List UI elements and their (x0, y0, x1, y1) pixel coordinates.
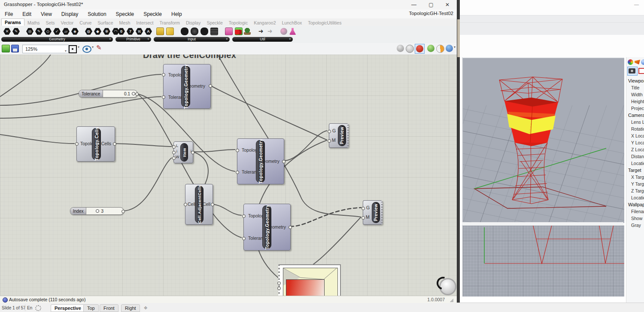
tab-topologic[interactable]: Topologic (226, 19, 251, 26)
geometry-icon-7[interactable]: ▱ (62, 28, 70, 35)
input-port[interactable] (236, 149, 239, 152)
sphere-icon[interactable] (641, 59, 644, 65)
panel-item[interactable]: Projection (626, 105, 644, 112)
geometry-icon-5[interactable]: ◇ (44, 28, 52, 35)
tolerance-slider[interactable]: Tolerance 0.1 (79, 90, 137, 98)
gauge-icon[interactable] (200, 28, 208, 35)
panel-item[interactable]: Gray (626, 222, 644, 229)
graph-mapper-icon[interactable] (225, 28, 233, 35)
zoom-extents-icon[interactable] (69, 45, 77, 53)
gh-canvas[interactable]: Draw the CellComplex (0, 55, 457, 296)
viewport-tab-perspective[interactable]: Perspective (51, 304, 85, 312)
panel-item[interactable]: Z Target (626, 187, 644, 194)
open-file-icon[interactable] (2, 45, 10, 52)
sketch-pen-icon[interactable]: ✎ (96, 44, 102, 52)
flask-icon[interactable] (289, 28, 296, 35)
maximize-button[interactable]: ▢ (423, 0, 439, 9)
resize-grip[interactable] (450, 299, 453, 302)
tab-intersect[interactable]: Intersect (133, 19, 156, 26)
primitive-icon-number[interactable]: π (136, 28, 143, 35)
preview-off-icon[interactable] (397, 45, 404, 52)
tab-maths[interactable]: Maths (24, 19, 43, 26)
slider-icon[interactable] (166, 28, 174, 35)
geometry-icon-10[interactable]: ◆ (94, 28, 101, 35)
output-port[interactable] (122, 210, 125, 213)
node-topology-geometry-1[interactable]: Topology Tolerance Geometry Topology.Geo… (163, 64, 211, 109)
cherry-picker-icon[interactable] (235, 28, 242, 35)
output-port[interactable] (211, 203, 214, 206)
panel-item[interactable]: Y Target (626, 180, 644, 187)
group-expand[interactable]: + (147, 37, 149, 42)
input-port[interactable] (184, 203, 187, 206)
panel-icon[interactable] (210, 28, 218, 35)
panel-item[interactable]: Z Location (626, 146, 644, 153)
menu-help[interactable]: Help (167, 11, 187, 17)
geometry-icon-1[interactable]: ✕ (3, 28, 11, 35)
minimize-button[interactable]: — (406, 0, 422, 9)
input-port[interactable] (328, 139, 331, 143)
panel-item[interactable]: Width (626, 91, 644, 98)
menu-solution[interactable]: Solution (83, 11, 111, 17)
output-port[interactable] (191, 151, 194, 154)
output-port[interactable] (282, 160, 286, 163)
button-icon[interactable] (156, 28, 164, 35)
primitive-icon-integer[interactable]: 7 (127, 28, 134, 35)
panel-item[interactable]: X Location (626, 132, 644, 139)
input-port[interactable] (172, 151, 176, 154)
display-mode-icon[interactable] (446, 45, 453, 52)
tab-speckle[interactable]: Speckle (204, 19, 225, 26)
viewport-tab-top[interactable]: Top (83, 304, 99, 312)
node-preview-2[interactable]: G M Preview (363, 200, 383, 225)
panel-item[interactable]: X Target (626, 174, 644, 180)
tab-display[interactable]: Display (183, 19, 204, 26)
preview-wireframe-icon[interactable] (406, 45, 414, 53)
menu-speckle-2[interactable]: Speckle (139, 11, 167, 17)
relay-arrow-icon[interactable]: ➜ (258, 28, 264, 35)
input-port[interactable] (162, 95, 165, 99)
language-indicator[interactable]: En (27, 306, 32, 310)
tab-curve[interactable]: Curve (76, 19, 94, 26)
panel-item[interactable]: Filename (626, 208, 644, 215)
geometry-icon-2[interactable]: ✎ (12, 28, 20, 35)
close-button[interactable]: ✕ (440, 0, 455, 9)
preview-material-icon[interactable] (436, 45, 444, 53)
panel-item[interactable]: Location (626, 194, 644, 201)
preview-custom-icon[interactable] (427, 45, 434, 52)
rhino-front-viewport[interactable] (462, 225, 624, 297)
menu-edit[interactable]: Edit (18, 11, 36, 17)
panel-item[interactable]: Y Location (626, 139, 644, 146)
input-port[interactable] (361, 216, 365, 220)
input-port[interactable] (172, 145, 176, 149)
menu-view[interactable]: View (36, 11, 57, 17)
input-port[interactable] (242, 237, 246, 240)
input-port[interactable] (162, 73, 165, 76)
panel-item[interactable]: Lens Length (626, 119, 644, 125)
knob-icon[interactable] (191, 28, 198, 35)
chevron-down-icon[interactable]: ▾ (92, 45, 94, 49)
primitive-icon-text[interactable]: A (145, 28, 152, 35)
input-port[interactable] (328, 130, 331, 133)
slider-knob[interactable] (132, 92, 135, 95)
node-preview-1[interactable]: G M Preview (329, 123, 349, 148)
camera-button[interactable] (627, 67, 638, 76)
input-port[interactable] (75, 142, 79, 146)
input-port[interactable] (236, 171, 239, 174)
node-material-swatch[interactable] (278, 264, 341, 296)
chevron-down-icon[interactable]: ▾ (454, 45, 456, 49)
node-topology-geometry-2[interactable]: Topology Tolerance Geometry Topology.Geo… (237, 138, 284, 184)
canvas-navigation-ball[interactable] (439, 278, 456, 295)
node-cell-adjacentcells[interactable]: Cell Cell Cell.AdjacentCells (185, 184, 213, 225)
geometry-icon-9[interactable]: ◍ (85, 28, 92, 35)
wedge-icon[interactable] (635, 60, 640, 64)
preview-shaded-selected[interactable] (415, 44, 425, 54)
tab-mesh[interactable]: Mesh (116, 19, 134, 26)
tab-surface[interactable]: Surface (94, 19, 116, 26)
panel-item[interactable]: Rotation (626, 125, 644, 132)
geometry-icon-3[interactable]: ◎ (26, 28, 33, 35)
geometry-icon-11[interactable]: ✻ (103, 28, 110, 35)
tab-topologicutilities[interactable]: TopologicUtilities (305, 19, 344, 26)
galapagos-icon[interactable] (280, 28, 287, 35)
gh-titlebar[interactable]: Grasshopper - TopologicGH-Test02* — ▢ ✕ (0, 0, 457, 10)
tab-sets[interactable]: Sets (43, 19, 58, 26)
tab-params[interactable]: Params (1, 18, 24, 26)
